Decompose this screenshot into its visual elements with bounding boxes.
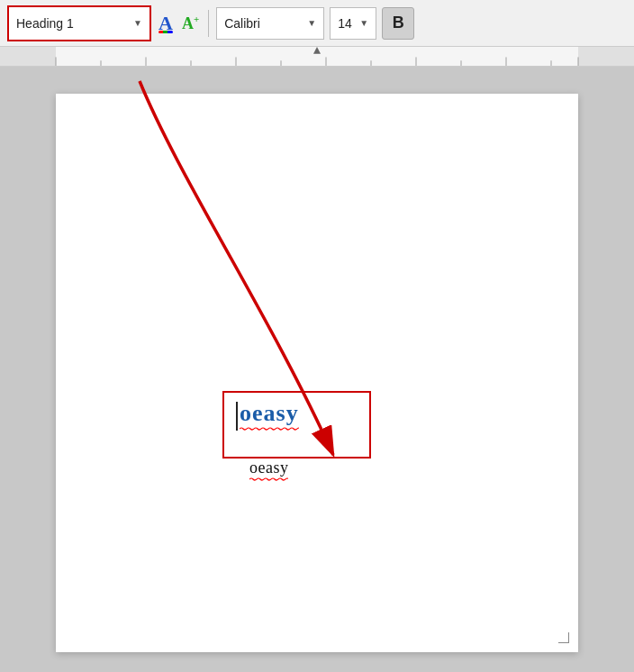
- black-text-word: oeasy: [249, 459, 288, 477]
- font-size-chevron-icon: ▼: [359, 18, 368, 28]
- document-area: oeasy oeasy: [0, 67, 634, 672]
- toolbar-separator: [208, 10, 209, 37]
- font-family-dropdown[interactable]: Calibri ▼: [216, 7, 324, 40]
- toolbar: Heading 1 ▼ A A+ Calibri ▼ 14 ▼ B: [0, 0, 634, 47]
- format-text-icon-colorful[interactable]: A: [157, 12, 175, 35]
- text-cursor: [236, 402, 238, 431]
- black-text-label: oeasy: [249, 459, 288, 477]
- ruler-svg: [0, 47, 634, 66]
- increase-font-icon[interactable]: A+: [180, 12, 201, 35]
- blue-text-word: oeasy: [240, 400, 299, 427]
- black-text-container[interactable]: oeasy: [249, 459, 288, 477]
- bold-label: B: [393, 14, 404, 32]
- blue-text-label: oeasy: [240, 400, 299, 426]
- bold-button[interactable]: B: [382, 7, 414, 40]
- squiggly-underline-black: [249, 477, 288, 481]
- squiggly-underline-blue: [240, 427, 299, 431]
- style-dropdown-label: Heading 1: [16, 16, 130, 31]
- a-plus-icon: A+: [182, 14, 199, 33]
- font-family-chevron-icon: ▼: [307, 18, 316, 28]
- document-page[interactable]: oeasy oeasy: [56, 94, 578, 652]
- page-corner-mark: [558, 632, 569, 643]
- blue-text-container[interactable]: oeasy: [236, 400, 299, 431]
- style-dropdown[interactable]: Heading 1 ▼: [7, 5, 151, 41]
- chevron-down-icon: ▼: [133, 18, 142, 28]
- font-family-label: Calibri: [224, 16, 303, 31]
- ruler: [0, 47, 634, 67]
- font-size-label: 14: [338, 16, 356, 31]
- a-color-icon: A: [158, 14, 173, 33]
- font-size-dropdown[interactable]: 14 ▼: [330, 7, 376, 40]
